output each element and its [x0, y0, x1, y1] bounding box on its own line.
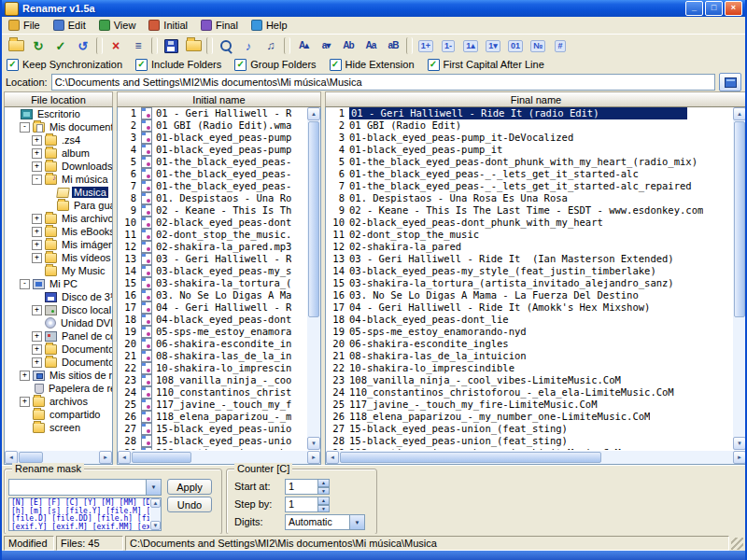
scroll-right-icon[interactable]: ► [99, 451, 112, 464]
option-checkbox[interactable]: Group Folders [234, 59, 316, 71]
step-by-value[interactable]: 1 [285, 497, 317, 512]
final-file-row[interactable]: 16 03. No Se Lo Digas A Mama - La Fuerza… [326, 289, 732, 301]
tree-item[interactable]: + Documentos de MI2 [5, 356, 112, 369]
option-checkbox[interactable]: Include Folders [135, 59, 221, 71]
initial-file-row[interactable]: 1 01 - Geri Halliwell - R [118, 107, 306, 119]
tree-item[interactable]: screen [5, 421, 112, 434]
spin-up-icon[interactable]: ▲ [317, 479, 330, 487]
final-file-row[interactable]: 1 01 - Geri Halliwell - Ride It (radio E… [326, 107, 732, 119]
final-file-row[interactable]: 8 01. Despistaos - Una Rosa Es Una Rosa [326, 192, 732, 204]
final-file-row[interactable]: 26 118_elena_paparizou_-_my_number_one-L… [326, 411, 732, 423]
scroll-left-icon[interactable]: ◄ [326, 451, 339, 464]
search-icon[interactable] [215, 35, 237, 56]
tree-item[interactable]: + album [5, 147, 112, 160]
scroll-thumb[interactable] [308, 121, 319, 317]
scroll-up-icon[interactable]: ▲ [307, 107, 320, 120]
minimize-button[interactable]: _ [685, 1, 703, 16]
final-file-row[interactable]: 20 06-shakira-escondite_ingles [326, 338, 732, 350]
scroll-left-icon[interactable]: ◄ [5, 451, 18, 464]
start-at-value[interactable]: 1 [285, 479, 317, 495]
step-by-stepper[interactable]: 1 ▲ ▼ [285, 497, 330, 512]
final-file-row[interactable]: 15 03-shakira-la_tortura_(artista_invita… [326, 277, 732, 289]
tree-item[interactable]: + archivos [5, 395, 112, 408]
initial-file-row[interactable]: 9 02 - Keane - This Is Th [118, 204, 306, 217]
number-front-icon[interactable]: № [527, 35, 549, 56]
final-file-row[interactable]: 28 15-black_eyed_peas-union_(feat_sting) [326, 435, 732, 447]
capitalize-icon[interactable]: Ab [337, 35, 359, 56]
initial-file-row[interactable]: 15 03-shakira-la_tortura_( [118, 277, 306, 289]
final-vscrollbar[interactable]: ▲ ▼ [732, 107, 746, 450]
menu-view[interactable]: View [92, 17, 143, 34]
number-decrease-icon[interactable]: 1▾ [482, 35, 504, 56]
expand-toggle[interactable]: + [32, 148, 42, 159]
initial-file-row[interactable]: 3 01-black_eyed_peas-pump [118, 132, 306, 144]
scroll-right-icon[interactable]: ► [307, 451, 320, 464]
number-insert-icon[interactable]: 1+ [415, 35, 437, 56]
final-file-row[interactable]: 25 117_javine_-_touch_my_fire-LimiteMusi… [326, 399, 732, 411]
toolbar-button[interactable] [96, 37, 103, 54]
initial-file-row[interactable]: 21 08-shakira-las_de_la_in [118, 350, 306, 362]
initial-file-row[interactable]: 7 01-the_black_eyed_peas- [118, 180, 306, 192]
browse-folder-icon[interactable] [5, 35, 27, 56]
scroll-thumb[interactable] [132, 452, 191, 463]
initial-file-row[interactable]: 16 03. No Se Lo Digas A Ma [118, 289, 306, 301]
expand-toggle[interactable]: - [32, 175, 42, 185]
initial-file-row[interactable]: 8 01. Despistaos - Una Ro [118, 192, 306, 204]
spin-down-icon[interactable]: ▼ [317, 505, 330, 513]
initial-file-row[interactable]: 25 117_javine_-_touch_my_f [118, 399, 306, 411]
initial-file-row[interactable]: 17 04 - Geri Halliwell - R [118, 301, 306, 314]
toolbar-button[interactable] [284, 37, 290, 54]
zero-pad-icon[interactable]: 01 [504, 35, 527, 56]
final-hscrollbar[interactable]: ◄ ► [326, 450, 746, 464]
number-increase-icon[interactable]: 1▴ [459, 35, 482, 56]
tree-item[interactable]: - Mis documentos [5, 120, 112, 133]
mask-token-line[interactable]: [exif.Y] [exif.M] [exif.MM] [exif.D] [11, 524, 148, 531]
spin-down-icon[interactable]: ▼ [317, 487, 330, 496]
scroll-up-icon[interactable]: ▲ [150, 498, 161, 508]
tree-item[interactable]: - Mi música [5, 173, 112, 186]
tree-item[interactable]: + Downloads [5, 160, 112, 173]
expand-toggle[interactable]: + [32, 331, 42, 342]
resize-grip[interactable] [731, 538, 743, 550]
initial-file-row[interactable]: 10 02-black_eyed_peas-dont [118, 217, 306, 229]
tree-item[interactable]: Disco de 3½ (A:) [5, 290, 112, 303]
initial-file-row[interactable]: 29 208 martin wusia - make [118, 447, 306, 450]
toolbar-button[interactable] [151, 37, 158, 54]
toolbar-button[interactable] [406, 37, 413, 54]
refresh-icon[interactable]: ↻ [27, 35, 49, 56]
final-file-row[interactable]: 5 01-the_black_eyed_peas-dont_phunk_with… [326, 156, 732, 168]
final-file-row[interactable]: 3 01-black_eyed_peas-pump_it-DeVocalized [326, 132, 732, 144]
file-list-icon[interactable]: ≡ [127, 35, 149, 56]
initial-file-row[interactable]: 4 01-black_eyed_peas-pump [118, 144, 306, 156]
final-file-row[interactable]: 19 05-sps-me_estoy_enamorando-nyd [326, 326, 732, 338]
final-file-row[interactable]: 21 08-shakira-las_de_la_intuicion [326, 350, 732, 362]
close-button[interactable]: × [725, 1, 742, 16]
initial-file-row[interactable]: 11 02-dont_stop_the_music. [118, 229, 306, 241]
invert-case-icon[interactable]: aB [382, 35, 404, 56]
title-case-icon[interactable]: Aa [359, 35, 382, 56]
expand-toggle[interactable]: - [20, 122, 30, 133]
save-list-icon[interactable] [160, 35, 182, 56]
final-file-row[interactable]: 22 10-shakira-lo_imprescindible [326, 362, 732, 374]
tree-item[interactable]: + Mis vídeos [5, 251, 112, 264]
chevron-down-icon[interactable]: ▼ [349, 515, 364, 529]
final-file-row[interactable]: 7 01-the_black_eyed_peas-_-_lets_get_it_… [326, 180, 732, 192]
load-list-icon[interactable] [182, 35, 204, 56]
expand-toggle[interactable]: + [20, 371, 30, 381]
expand-toggle[interactable]: + [32, 305, 42, 315]
initial-file-row[interactable]: 6 01-the_black_eyed_peas- [118, 168, 306, 180]
scroll-left-icon[interactable]: ◄ [118, 451, 131, 464]
lowercase-icon[interactable]: a▾ [315, 35, 337, 56]
tree-item[interactable]: + .zs4 [5, 133, 112, 147]
expand-toggle[interactable]: + [32, 344, 42, 355]
final-file-row[interactable]: 10 02-black_eyed_peas-dont_phunk_with_my… [326, 217, 732, 229]
scroll-down-icon[interactable]: ▼ [307, 437, 320, 450]
initial-file-row[interactable]: 13 03 - Geri Halliwell - R [118, 253, 306, 265]
tree-item[interactable]: + Mis eBooks [5, 225, 112, 238]
initial-file-row[interactable]: 19 05-sps-me_estoy_enamora [118, 326, 306, 338]
playlist-icon[interactable]: ♫ [260, 35, 282, 56]
initial-file-row[interactable]: 28 15-black_eyed_peas-unio [118, 435, 306, 447]
menu-help[interactable]: Help [245, 17, 294, 34]
scroll-down-icon[interactable]: ▼ [150, 521, 161, 530]
scroll-down-icon[interactable]: ▼ [733, 437, 746, 450]
